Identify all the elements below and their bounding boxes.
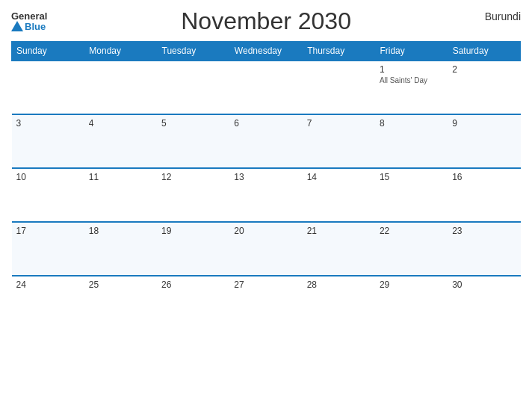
calendar-cell: 19 <box>157 222 229 276</box>
calendar-cell: 24 <box>12 276 84 330</box>
calendar-cell: 8 <box>375 114 448 168</box>
day-number: 19 <box>161 226 225 236</box>
calendar-week-2: 3456789 <box>12 114 521 168</box>
day-number: 9 <box>452 118 516 129</box>
day-number: 4 <box>89 118 152 129</box>
calendar-week-5: 24252627282930 <box>12 276 521 330</box>
calendar-cell: 14 <box>303 168 375 222</box>
month-title: November 2030 <box>47 7 484 35</box>
day-number: 28 <box>307 279 371 290</box>
day-number: 29 <box>380 279 443 290</box>
day-number: 5 <box>161 118 225 129</box>
day-number: 15 <box>380 172 443 182</box>
weekday-header-thursday: Thursday <box>303 42 375 61</box>
day-number: 14 <box>307 172 371 182</box>
calendar-cell: 27 <box>229 276 302 330</box>
calendar-cell: 10 <box>12 168 84 222</box>
day-number: 2 <box>452 64 516 75</box>
logo-general-text: General <box>11 11 47 21</box>
calendar-cell: 18 <box>84 222 157 276</box>
weekday-header-wednesday: Wednesday <box>229 42 302 61</box>
day-number: 8 <box>380 118 443 129</box>
day-number: 18 <box>89 226 152 236</box>
day-number: 22 <box>380 226 443 236</box>
day-number: 13 <box>234 172 297 182</box>
day-number: 6 <box>234 118 297 129</box>
calendar-cell: 16 <box>448 168 520 222</box>
day-number: 30 <box>452 279 516 290</box>
calendar-cell: 26 <box>157 276 229 330</box>
calendar-cell: 12 <box>157 168 229 222</box>
logo-blue-text: Blue <box>25 22 46 31</box>
calendar-cell: 15 <box>375 168 448 222</box>
calendar-cell: 30 <box>448 276 520 330</box>
calendar-week-4: 17181920212223 <box>12 222 521 276</box>
calendar-cell: 29 <box>375 276 448 330</box>
day-number: 27 <box>234 279 297 290</box>
calendar-cell <box>84 61 157 114</box>
calendar-header: General Blue November 2030 Burundi <box>11 7 521 35</box>
calendar-week-1: 1All Saints' Day2 <box>12 61 521 114</box>
weekday-header-friday: Friday <box>375 42 448 61</box>
calendar-cell: 4 <box>84 114 157 168</box>
day-number: 16 <box>452 172 516 182</box>
calendar-cell: 7 <box>303 114 375 168</box>
logo: General Blue <box>11 11 47 31</box>
day-number: 25 <box>89 279 152 290</box>
calendar-cell <box>12 61 84 114</box>
calendar-cell <box>229 61 302 114</box>
weekday-header-monday: Monday <box>84 42 157 61</box>
weekday-header-saturday: Saturday <box>448 42 520 61</box>
day-number: 3 <box>16 118 80 129</box>
calendar-cell: 21 <box>303 222 375 276</box>
calendar-container: General Blue November 2030 Burundi Sunda… <box>0 0 532 411</box>
day-number: 7 <box>307 118 371 129</box>
calendar-cell: 17 <box>12 222 84 276</box>
calendar-cell: 2 <box>448 61 520 114</box>
day-number: 12 <box>161 172 225 182</box>
calendar-cell: 11 <box>84 168 157 222</box>
day-number: 1 <box>380 64 443 75</box>
day-number: 17 <box>16 226 80 236</box>
calendar-cell <box>157 61 229 114</box>
weekday-header-row: SundayMondayTuesdayWednesdayThursdayFrid… <box>12 42 521 61</box>
day-number: 10 <box>16 172 80 182</box>
country-label: Burundi <box>485 7 521 22</box>
calendar-cell: 5 <box>157 114 229 168</box>
calendar-table: SundayMondayTuesdayWednesdayThursdayFrid… <box>11 41 521 330</box>
calendar-cell: 9 <box>448 114 520 168</box>
calendar-cell: 3 <box>12 114 84 168</box>
calendar-cell: 1All Saints' Day <box>375 61 448 114</box>
calendar-cell: 20 <box>229 222 302 276</box>
day-number: 21 <box>307 226 371 236</box>
calendar-cell <box>303 61 375 114</box>
day-number: 24 <box>16 279 80 290</box>
calendar-week-3: 10111213141516 <box>12 168 521 222</box>
calendar-cell: 25 <box>84 276 157 330</box>
calendar-cell: 13 <box>229 168 302 222</box>
calendar-cell: 28 <box>303 276 375 330</box>
calendar-cell: 23 <box>448 222 520 276</box>
weekday-header-sunday: Sunday <box>12 42 84 61</box>
logo-triangle-icon <box>11 21 23 31</box>
day-number: 20 <box>234 226 297 236</box>
calendar-cell: 22 <box>375 222 448 276</box>
logo-blue-row: Blue <box>11 21 46 31</box>
day-number: 26 <box>161 279 225 290</box>
calendar-cell: 6 <box>229 114 302 168</box>
day-number: 11 <box>89 172 152 182</box>
day-number: 23 <box>452 226 516 236</box>
weekday-header-tuesday: Tuesday <box>157 42 229 61</box>
day-event: All Saints' Day <box>380 76 443 84</box>
